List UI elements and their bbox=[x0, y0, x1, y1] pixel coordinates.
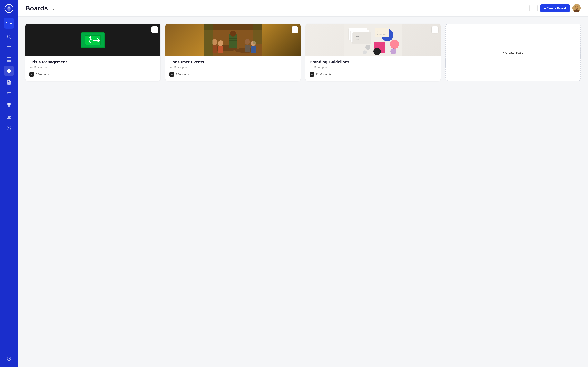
exit-sign-graphic bbox=[81, 33, 105, 48]
board-title-crisis: Crisis Management bbox=[29, 60, 156, 64]
moments-icon-crisis: M bbox=[29, 72, 34, 77]
board-desc-consumer: No Description bbox=[169, 66, 296, 69]
create-board-header-button[interactable]: + Create Board bbox=[540, 4, 570, 12]
svg-rect-10 bbox=[7, 69, 9, 71]
svg-point-86 bbox=[363, 50, 367, 54]
board-card-body-consumer: Consumer Events No Description M 3 Momen… bbox=[165, 57, 301, 81]
svg-point-85 bbox=[365, 45, 370, 50]
svg-rect-29 bbox=[10, 117, 11, 118]
svg-rect-7 bbox=[7, 58, 11, 59]
moments-count-branding: 12 Moments bbox=[316, 73, 331, 76]
moments-icon-branding: M bbox=[310, 72, 314, 77]
sidebar-item-boards[interactable] bbox=[4, 66, 14, 76]
svg-point-31 bbox=[8, 127, 9, 128]
sidebar-item-chart[interactable] bbox=[4, 112, 14, 122]
board-title-consumer: Consumer Events bbox=[169, 60, 296, 64]
board-card-crisis-management[interactable]: ··· Crisis Management No Description M 6… bbox=[25, 24, 160, 81]
create-board-card-button[interactable]: + Create Board bbox=[499, 49, 527, 57]
svg-text:AAA: AAA bbox=[377, 31, 380, 33]
sidebar-item-table[interactable] bbox=[4, 100, 14, 110]
svg-rect-28 bbox=[8, 116, 9, 118]
svg-rect-3 bbox=[7, 47, 11, 50]
workspace-button[interactable]: Atlas bbox=[4, 18, 14, 29]
board-card-body-branding: Branding Guidelines No Description M 12 … bbox=[305, 57, 441, 81]
search-button[interactable] bbox=[50, 6, 54, 10]
svg-point-80 bbox=[390, 40, 399, 49]
board-card-branding-guidelines[interactable]: AAA AAA AAA B Bunny Don bbox=[305, 24, 441, 81]
svg-point-40 bbox=[576, 6, 578, 8]
svg-point-21 bbox=[7, 95, 7, 95]
sidebar-item-search[interactable] bbox=[4, 32, 14, 42]
avatar-image bbox=[572, 4, 581, 12]
svg-line-35 bbox=[53, 9, 54, 10]
board-card-image-branding: AAA AAA AAA B Bunny Don bbox=[305, 24, 441, 57]
svg-point-1 bbox=[7, 35, 10, 38]
avatar[interactable] bbox=[572, 4, 581, 12]
svg-point-87 bbox=[390, 48, 397, 54]
sidebar-item-calendar[interactable] bbox=[4, 43, 14, 53]
svg-point-19 bbox=[7, 92, 7, 93]
app-logo bbox=[4, 3, 14, 14]
header-right: ··· + Create Board bbox=[529, 4, 581, 12]
create-board-card[interactable]: + Create Board bbox=[445, 24, 581, 81]
svg-text:AAA: AAA bbox=[356, 35, 359, 38]
board-desc-crisis: No Description bbox=[29, 66, 156, 69]
board-footer-branding: M 12 Moments bbox=[310, 72, 437, 77]
svg-rect-8 bbox=[7, 59, 11, 60]
svg-rect-71 bbox=[204, 24, 261, 57]
board-card-body-crisis: Crisis Management No Description M 6 Mom… bbox=[25, 57, 160, 81]
header: Boards ··· + Create Board bbox=[18, 0, 588, 17]
sidebar: Atlas bbox=[0, 0, 18, 367]
board-desc-branding: No Description bbox=[310, 66, 437, 69]
svg-text:AAA: AAA bbox=[356, 39, 359, 40]
svg-rect-22 bbox=[7, 103, 11, 107]
board-footer-crisis: M 6 Moments bbox=[29, 72, 156, 77]
more-options-button[interactable]: ··· bbox=[529, 4, 537, 12]
sidebar-item-document[interactable] bbox=[4, 77, 14, 87]
board-card-image-consumer: ··· bbox=[165, 24, 301, 57]
svg-rect-9 bbox=[7, 60, 11, 62]
svg-text:B Bunny Done: B Bunny Done bbox=[377, 33, 386, 35]
svg-rect-12 bbox=[7, 71, 9, 73]
svg-rect-75 bbox=[353, 32, 371, 44]
moments-count-consumer: 3 Moments bbox=[176, 73, 190, 76]
svg-rect-13 bbox=[9, 71, 11, 73]
board-menu-consumer[interactable]: ··· bbox=[292, 26, 298, 33]
sidebar-item-image[interactable] bbox=[4, 123, 14, 133]
header-left: Boards bbox=[25, 4, 54, 12]
board-card-image-crisis: ··· bbox=[25, 24, 160, 57]
svg-point-84 bbox=[373, 48, 381, 55]
boards-grid: ··· Crisis Management No Description M 6… bbox=[25, 24, 581, 81]
svg-rect-11 bbox=[9, 69, 11, 71]
board-footer-consumer: M 3 Moments bbox=[169, 72, 296, 77]
main-content: Boards ··· + Create Board bbox=[18, 0, 588, 367]
sidebar-item-layers[interactable] bbox=[4, 55, 14, 64]
svg-line-2 bbox=[10, 38, 11, 39]
svg-point-43 bbox=[89, 36, 91, 39]
sidebar-item-list[interactable] bbox=[4, 89, 14, 99]
moments-icon-consumer: M bbox=[169, 72, 174, 77]
svg-point-20 bbox=[7, 94, 7, 94]
content-area: ··· Crisis Management No Description M 6… bbox=[18, 17, 588, 367]
board-title-branding: Branding Guidelines bbox=[310, 60, 437, 64]
sidebar-item-help[interactable] bbox=[4, 354, 14, 364]
moments-count-crisis: 6 Moments bbox=[35, 73, 50, 76]
page-title: Boards bbox=[25, 4, 48, 12]
svg-rect-27 bbox=[7, 115, 8, 118]
board-card-consumer-events[interactable]: ··· Consumer Events No Description M 3 M… bbox=[165, 24, 301, 81]
board-menu-crisis[interactable]: ··· bbox=[151, 26, 158, 33]
board-menu-branding[interactable]: ··· bbox=[432, 26, 438, 33]
